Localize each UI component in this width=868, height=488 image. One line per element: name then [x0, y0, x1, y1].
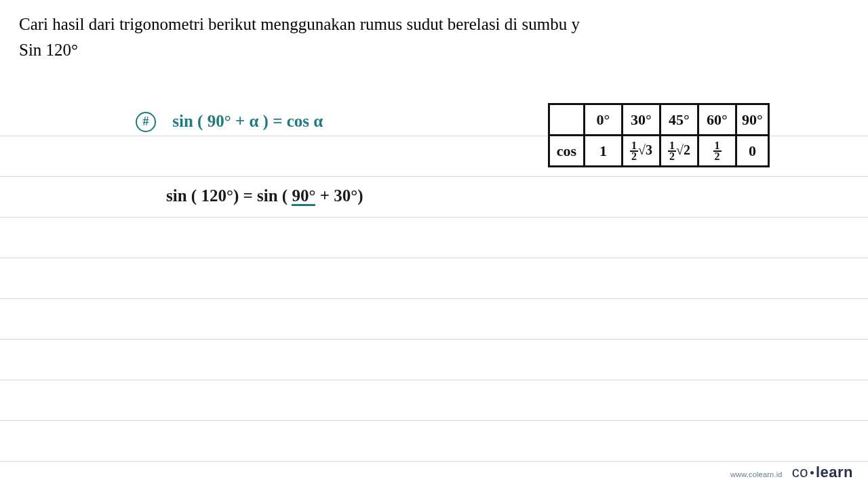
ruled-line [0, 258, 868, 258]
calculation-line: sin ( 120°) = sin ( 90° + 30°) [166, 186, 363, 206]
lined-paper-area: # sin ( 90° + α ) = cos α sin ( 120°) = … [0, 108, 868, 468]
table-value-90: 0 [736, 136, 769, 167]
question-text-line1: Cari hasil dari trigonometri berikut men… [19, 15, 849, 34]
ruled-line [0, 420, 868, 421]
ruled-line [0, 176, 868, 177]
table-header-0: 0° [585, 104, 623, 136]
table-value-30: 12√3 [623, 136, 660, 167]
brand-logo: colearn [792, 464, 853, 481]
formula-text: sin ( 90° + α ) = cos α [172, 112, 323, 130]
ruled-line [0, 339, 868, 340]
footer-branding: www.colearn.id colearn [730, 464, 853, 481]
table-header-30: 30° [623, 104, 660, 136]
question-block: Cari hasil dari trigonometri berikut men… [0, 0, 868, 65]
site-url: www.colearn.id [730, 470, 783, 479]
formula-identity: # sin ( 90° + α ) = cos α [136, 112, 323, 134]
table-header-45: 45° [660, 104, 698, 136]
hash-marker-icon: # [136, 112, 156, 132]
ruled-line [0, 217, 868, 218]
question-text-line2: Sin 120° [19, 41, 849, 60]
table-value-45: 12√2 [660, 136, 698, 167]
table-cell-empty [549, 104, 585, 136]
table-func-label: cos [549, 136, 585, 167]
calc-prefix: sin ( 120°) = sin ( [166, 186, 292, 205]
brand-co: co [792, 464, 808, 481]
table-value-0: 1 [585, 136, 623, 167]
calc-suffix: + 30°) [315, 186, 363, 205]
table-value-60: 12 [698, 136, 736, 167]
table-header-90: 90° [736, 104, 769, 136]
table-value-row: cos 1 12√3 12√2 12 0 [549, 136, 769, 167]
cosine-value-table: 0° 30° 45° 60° 90° cos 1 12√3 12√2 12 0 [548, 103, 770, 167]
ruled-line [0, 380, 868, 380]
table-header-row: 0° 30° 45° 60° 90° [549, 104, 769, 136]
calc-underlined: 90° [292, 188, 315, 206]
table-header-60: 60° [698, 104, 736, 136]
ruled-line [0, 298, 868, 299]
ruled-line [0, 461, 868, 462]
brand-learn: learn [816, 464, 853, 481]
brand-dot-icon [810, 471, 814, 474]
